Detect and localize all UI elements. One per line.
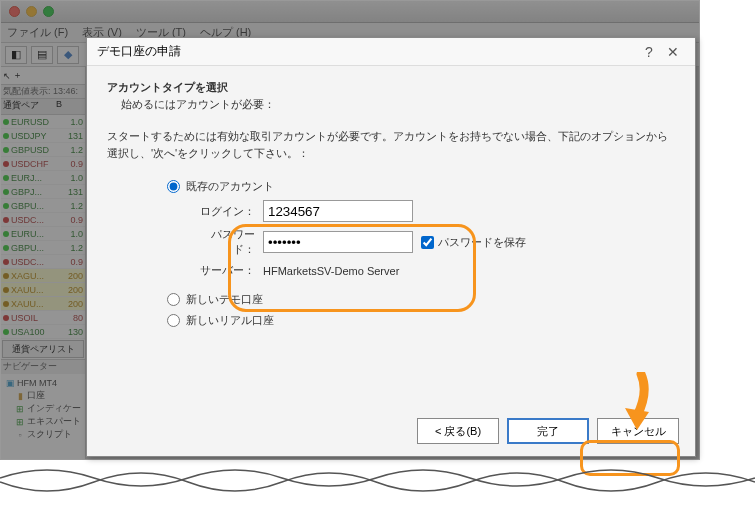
radio-new-demo-input[interactable]	[167, 293, 180, 306]
login-label: ログイン：	[195, 204, 255, 219]
radio-existing-input[interactable]	[167, 180, 180, 193]
radio-new-real-input[interactable]	[167, 314, 180, 327]
radio-existing[interactable]: 既存のアカウント	[167, 179, 675, 194]
radio-new-demo-label: 新しいデモ口座	[186, 292, 263, 307]
back-button[interactable]: < 戻る(B)	[417, 418, 499, 444]
cancel-button[interactable]: キャンセル	[597, 418, 679, 444]
radio-new-real-label: 新しいリアル口座	[186, 313, 274, 328]
save-password-row[interactable]: パスワードを保存	[421, 235, 526, 250]
radio-existing-label: 既存のアカウント	[186, 179, 274, 194]
dialog-heading: アカウントタイプを選択	[107, 80, 675, 95]
server-value: HFMarketsSV-Demo Server	[263, 265, 399, 277]
dialog-subheading: 始めるにはアカウントが必要：	[121, 97, 675, 112]
dialog-buttons: < 戻る(B) 完了 キャンセル	[417, 418, 679, 444]
close-icon[interactable]: ✕	[661, 44, 685, 60]
password-label: パスワード：	[195, 227, 255, 257]
password-input[interactable]	[263, 231, 413, 253]
dialog-description: スタートするためには有効な取引アカウントが必要です。アカウントをお持ちでない場合…	[107, 128, 675, 161]
bottom-wave	[0, 468, 755, 508]
radio-new-real[interactable]: 新しいリアル口座	[167, 313, 675, 328]
dialog-title: デモ口座の申請	[97, 43, 637, 60]
save-password-label: パスワードを保存	[438, 235, 526, 250]
dialog-body: アカウントタイプを選択 始めるにはアカウントが必要： スタートするためには有効な…	[87, 66, 695, 348]
app-window: ファイル (F) 表示 (V) ツール (T) ヘルプ (H) ◧ ▤ ◆ ↖ …	[0, 0, 700, 460]
finish-button[interactable]: 完了	[507, 418, 589, 444]
dialog-titlebar: デモ口座の申請 ? ✕	[87, 38, 695, 66]
login-row: ログイン：	[195, 200, 675, 222]
options-group: 既存のアカウント ログイン： パスワード： パスワードを保存 サーバー：	[167, 179, 675, 328]
server-row: サーバー： HFMarketsSV-Demo Server	[195, 263, 675, 278]
demo-account-dialog: デモ口座の申請 ? ✕ アカウントタイプを選択 始めるにはアカウントが必要： ス…	[86, 37, 696, 457]
help-icon[interactable]: ?	[637, 44, 661, 60]
radio-new-demo[interactable]: 新しいデモ口座	[167, 292, 675, 307]
server-label: サーバー：	[195, 263, 255, 278]
password-row: パスワード： パスワードを保存	[195, 227, 675, 257]
save-password-checkbox[interactable]	[421, 236, 434, 249]
login-input[interactable]	[263, 200, 413, 222]
